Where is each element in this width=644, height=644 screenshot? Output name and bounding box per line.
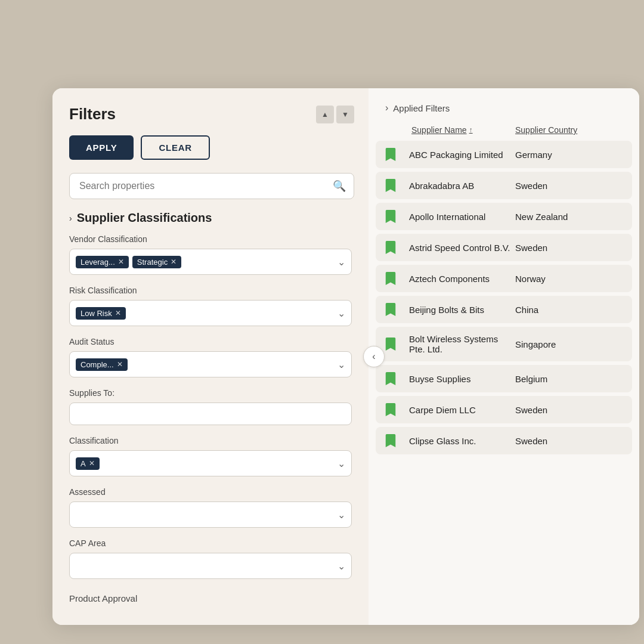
assessed-label: Assessed: [69, 487, 352, 497]
vendor-classification-select[interactable]: Leverag... ✕ Strategic ✕ ⌄: [69, 249, 352, 275]
search-box: 🔍: [69, 173, 354, 199]
col-header-supplier-country[interactable]: Supplier Country: [515, 125, 623, 135]
left-panel: Filters ▲ ▼ APPLY CLEAR 🔍 › Supplier Cla…: [52, 88, 369, 625]
classification-select[interactable]: A ✕ ⌄: [69, 450, 352, 476]
clear-button[interactable]: CLEAR: [141, 135, 209, 160]
supplier-name: ABC Packaging Limited: [409, 150, 515, 160]
supplier-bookmark: [385, 372, 409, 385]
table-row[interactable]: ABC Packaging Limited Germany: [376, 141, 632, 168]
remove-a-tag[interactable]: ✕: [89, 459, 95, 467]
tag-low-risk: Low Risk ✕: [76, 307, 126, 320]
audit-status-select[interactable]: Comple... ✕ ⌄: [69, 351, 352, 377]
supplier-country: Sweden: [515, 405, 623, 415]
bookmark-icon: [385, 179, 396, 192]
sort-arrow-icon: ↑: [469, 126, 473, 134]
assessed-chevron: ⌄: [338, 509, 345, 521]
applied-filters-row[interactable]: › Applied Filters: [369, 103, 639, 125]
supplier-bookmark: [385, 210, 409, 223]
supplies-to-input[interactable]: [69, 402, 352, 425]
audit-status-label: Audit Status: [69, 337, 352, 346]
table-row[interactable]: Apollo International New Zealand: [376, 203, 632, 230]
risk-classification-select[interactable]: Low Risk ✕ ⌄: [69, 300, 352, 326]
supplier-country: China: [515, 305, 623, 315]
collapse-toggle-button[interactable]: ‹: [363, 346, 385, 367]
table-row[interactable]: Buyse Supplies Belgium: [376, 365, 632, 392]
table-row[interactable]: Beijing Bolts & Bits China: [376, 296, 632, 323]
supplier-name: Apollo International: [409, 212, 515, 222]
product-approval-label: Product Approval: [69, 590, 352, 606]
risk-classification-label: Risk Classification: [69, 286, 352, 295]
bookmark-icon: [385, 303, 396, 316]
classification-label: Classification: [69, 436, 352, 445]
section-title: Supplier Classifications: [77, 211, 212, 225]
bookmark-icon: [385, 338, 396, 351]
table-row[interactable]: Abrakadabra AB Sweden: [376, 172, 632, 199]
vendor-classification-label: Vendor Classification: [69, 234, 352, 244]
filters-title: Filters: [69, 105, 116, 123]
assessed-select[interactable]: ⌄: [69, 501, 352, 528]
supplier-bookmark: [385, 303, 409, 316]
supplier-name: Aztech Components: [409, 274, 515, 284]
tag-complete: Comple... ✕: [76, 358, 128, 371]
supplier-bookmark: [385, 241, 409, 254]
search-input[interactable]: [69, 173, 354, 199]
risk-classification-chevron: ⌄: [338, 308, 345, 319]
bookmark-icon: [385, 210, 396, 223]
search-icon: 🔍: [333, 179, 346, 193]
supplier-classifications-section: › Supplier Classifications: [69, 211, 352, 225]
vendor-classification-chevron: ⌄: [338, 256, 345, 268]
bookmark-icon: [385, 403, 396, 416]
table-row[interactable]: Clipse Glass Inc. Sweden: [376, 427, 632, 454]
remove-strategic-tag[interactable]: ✕: [171, 258, 177, 266]
collapse-down-button[interactable]: ▼: [336, 106, 354, 123]
bookmark-icon: [385, 434, 396, 447]
collapse-up-button[interactable]: ▲: [316, 106, 334, 123]
supplier-country: New Zealand: [515, 212, 623, 222]
supplier-country: Sweden: [515, 243, 623, 253]
applied-filters-label: Applied Filters: [393, 103, 450, 113]
remove-low-risk-tag[interactable]: ✕: [115, 309, 121, 317]
filter-actions: APPLY CLEAR: [69, 135, 354, 160]
right-panel: › Applied Filters Supplier Name ↑ Suppli…: [369, 88, 639, 625]
remove-complete-tag[interactable]: ✕: [117, 360, 123, 369]
bookmark-icon: [385, 372, 396, 385]
supplier-bookmark: [385, 179, 409, 192]
supplier-country: Singapore: [515, 339, 623, 349]
supplier-country: Belgium: [515, 374, 623, 384]
supplier-country: Germany: [515, 150, 623, 160]
supplier-bookmark: [385, 403, 409, 416]
col-header-supplier-name[interactable]: Supplier Name ↑: [411, 125, 515, 135]
filters-header: Filters ▲ ▼: [69, 105, 354, 123]
remove-leverag-tag[interactable]: ✕: [118, 258, 124, 266]
table-row[interactable]: Bolt Wireless Systems Pte. Ltd. Singapor…: [376, 327, 632, 361]
supplier-country: Sweden: [515, 436, 623, 446]
supplier-name: Astrid Speed Control B.V.: [409, 243, 515, 253]
table-row[interactable]: Carpe Diem LLC Sweden: [376, 396, 632, 423]
table-header: Supplier Name ↑ Supplier Country: [369, 125, 639, 141]
supplier-bookmark: [385, 148, 409, 161]
audit-status-group: Audit Status Comple... ✕ ⌄: [69, 337, 352, 377]
bookmark-icon: [385, 272, 396, 285]
assessed-group: Assessed ⌄: [69, 487, 352, 528]
filter-sections: › Supplier Classifications Vendor Classi…: [69, 211, 354, 625]
tag-strategic: Strategic ✕: [132, 256, 181, 268]
supplies-to-label: Supplies To:: [69, 388, 352, 398]
supplies-to-group: Supplies To:: [69, 388, 352, 425]
bookmark-icon: [385, 241, 396, 254]
risk-classification-group: Risk Classification Low Risk ✕ ⌄: [69, 286, 352, 326]
cap-area-label: CAP Area: [69, 538, 352, 548]
apply-button[interactable]: APPLY: [69, 135, 134, 160]
supplier-bookmark: [385, 434, 409, 447]
main-card: Filters ▲ ▼ APPLY CLEAR 🔍 › Supplier Cla…: [52, 88, 639, 625]
supplier-country: Sweden: [515, 181, 623, 191]
supplier-bookmark: [385, 272, 409, 285]
cap-area-chevron: ⌄: [338, 561, 345, 572]
supplier-name: Abrakadabra AB: [409, 181, 515, 191]
cap-area-select[interactable]: ⌄: [69, 553, 352, 579]
applied-filters-chevron-icon: ›: [385, 103, 388, 113]
table-row[interactable]: Aztech Components Norway: [376, 265, 632, 292]
supplier-name: Bolt Wireless Systems Pte. Ltd.: [409, 334, 515, 354]
bookmark-icon: [385, 148, 396, 161]
supplier-bookmark: [385, 338, 409, 351]
table-row[interactable]: Astrid Speed Control B.V. Sweden: [376, 234, 632, 261]
